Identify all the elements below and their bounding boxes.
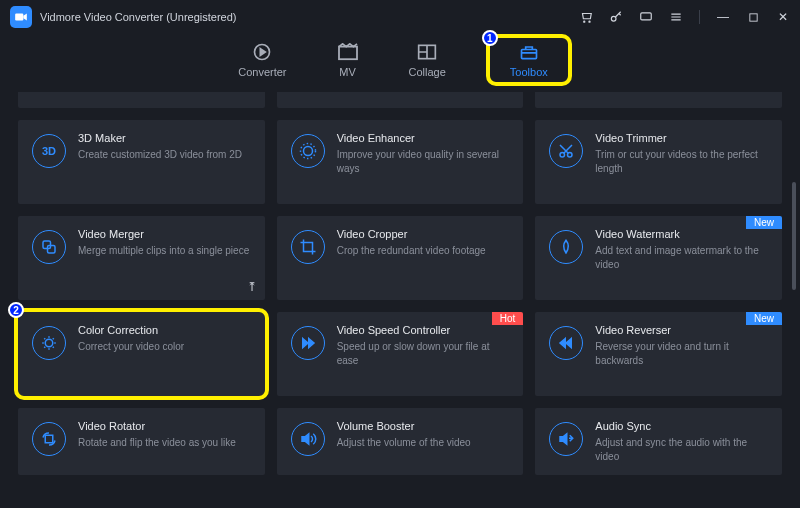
volume-icon — [291, 422, 325, 456]
mv-icon — [337, 42, 359, 62]
card-desc: Adjust and sync the audio with the video — [595, 436, 768, 463]
card-video-trimmer[interactable]: Video TrimmerTrim or cut your videos to … — [535, 120, 782, 204]
window-controls: — ✕ — [579, 10, 790, 24]
card-desc: Rotate and flip the video as you like — [78, 436, 251, 450]
card-title: Video Trimmer — [595, 132, 768, 144]
new-badge: New — [746, 312, 782, 325]
audiosync-icon — [549, 422, 583, 456]
scrollbar[interactable] — [792, 182, 796, 290]
svg-rect-0 — [15, 14, 23, 21]
card-video-merger[interactable]: Video MergerMerge multiple clips into a … — [18, 216, 265, 300]
minimize-icon[interactable]: — — [716, 10, 730, 24]
card-color-correction[interactable]: 2 Color CorrectionCorrect your video col… — [18, 312, 265, 396]
toolbox-icon — [518, 42, 540, 62]
card-video-enhancer[interactable]: Video EnhancerImprove your video quality… — [277, 120, 524, 204]
card-title: Video Cropper — [337, 228, 510, 240]
card-3d-maker[interactable]: 3D 3D MakerCreate customized 3D video fr… — [18, 120, 265, 204]
svg-point-3 — [611, 16, 616, 21]
card-video-cropper[interactable]: Video CropperCrop the redundant video fo… — [277, 216, 524, 300]
reverser-icon — [549, 326, 583, 360]
card-title: Video Merger — [78, 228, 251, 240]
tab-toolbox[interactable]: 1 Toolbox — [490, 38, 568, 82]
card-title: Video Speed Controller — [337, 324, 510, 336]
svg-rect-7 — [339, 47, 357, 60]
card-title: Video Watermark — [595, 228, 768, 240]
maximize-icon[interactable] — [746, 10, 760, 24]
tools-grid: 3D 3D MakerCreate customized 3D video fr… — [18, 120, 782, 475]
trimmer-icon — [549, 134, 583, 168]
card-title: Color Correction — [78, 324, 251, 336]
callout-2: 2 — [8, 302, 24, 318]
color-icon — [32, 326, 66, 360]
card-video-watermark[interactable]: New Video WatermarkAdd text and image wa… — [535, 216, 782, 300]
card-title: 3D Maker — [78, 132, 251, 144]
card-title: Audio Sync — [595, 420, 768, 432]
card-desc: Reverse your video and turn it backwards — [595, 340, 768, 367]
titlebar: Vidmore Video Converter (Unregistered) —… — [0, 0, 800, 34]
card-desc: Speed up or slow down your file at ease — [337, 340, 510, 367]
main-tabs: Converter MV Collage 1 Toolbox — [0, 34, 800, 86]
card-title: Video Enhancer — [337, 132, 510, 144]
card-video-reverser[interactable]: New Video ReverserReverse your video and… — [535, 312, 782, 396]
new-badge: New — [746, 216, 782, 229]
svg-rect-17 — [45, 435, 53, 443]
card-title: Video Rotator — [78, 420, 251, 432]
card-desc: Crop the redundant video footage — [337, 244, 510, 258]
tab-collage[interactable]: Collage — [403, 40, 452, 80]
card-desc: Merge multiple clips into a single piece — [78, 244, 251, 258]
svg-rect-9 — [521, 50, 536, 59]
card-title: Volume Booster — [337, 420, 510, 432]
enhancer-icon — [291, 134, 325, 168]
callout-1: 1 — [482, 30, 498, 46]
divider — [699, 10, 700, 24]
toolbox-content: 3D 3D MakerCreate customized 3D video fr… — [0, 86, 800, 508]
card-video-rotator[interactable]: Video RotatorRotate and flip the video a… — [18, 408, 265, 475]
svg-rect-5 — [749, 13, 756, 20]
compress-icon[interactable]: ⤒ — [247, 280, 257, 294]
tab-mv[interactable]: MV — [331, 40, 365, 80]
cropper-icon — [291, 230, 325, 264]
svg-point-2 — [589, 21, 590, 22]
close-icon[interactable]: ✕ — [776, 10, 790, 24]
card-desc: Add text and image watermark to the vide… — [595, 244, 768, 271]
tab-converter[interactable]: Converter — [232, 40, 292, 80]
svg-point-1 — [584, 21, 585, 22]
menu-icon[interactable] — [669, 10, 683, 24]
svg-point-16 — [45, 339, 53, 347]
collage-icon — [416, 42, 438, 62]
svg-point-10 — [303, 147, 312, 156]
card-audio-sync[interactable]: Audio SyncAdjust and sync the audio with… — [535, 408, 782, 475]
speed-icon — [291, 326, 325, 360]
window-title: Vidmore Video Converter (Unregistered) — [40, 11, 579, 23]
peek-row — [18, 92, 782, 108]
converter-icon — [251, 42, 273, 62]
card-volume-booster[interactable]: Volume BoosterAdjust the volume of the v… — [277, 408, 524, 475]
app-logo — [10, 6, 32, 28]
card-desc: Improve your video quality in several wa… — [337, 148, 510, 175]
hot-badge: Hot — [492, 312, 524, 325]
watermark-icon — [549, 230, 583, 264]
merger-icon — [32, 230, 66, 264]
card-title: Video Reverser — [595, 324, 768, 336]
card-desc: Adjust the volume of the video — [337, 436, 510, 450]
3d-icon: 3D — [32, 134, 66, 168]
feedback-icon[interactable] — [639, 10, 653, 24]
card-desc: Trim or cut your videos to the perfect l… — [595, 148, 768, 175]
cart-icon[interactable] — [579, 10, 593, 24]
key-icon[interactable] — [609, 10, 623, 24]
card-video-speed[interactable]: Hot Video Speed ControllerSpeed up or sl… — [277, 312, 524, 396]
card-desc: Correct your video color — [78, 340, 251, 354]
card-desc: Create customized 3D video from 2D — [78, 148, 251, 162]
rotator-icon — [32, 422, 66, 456]
